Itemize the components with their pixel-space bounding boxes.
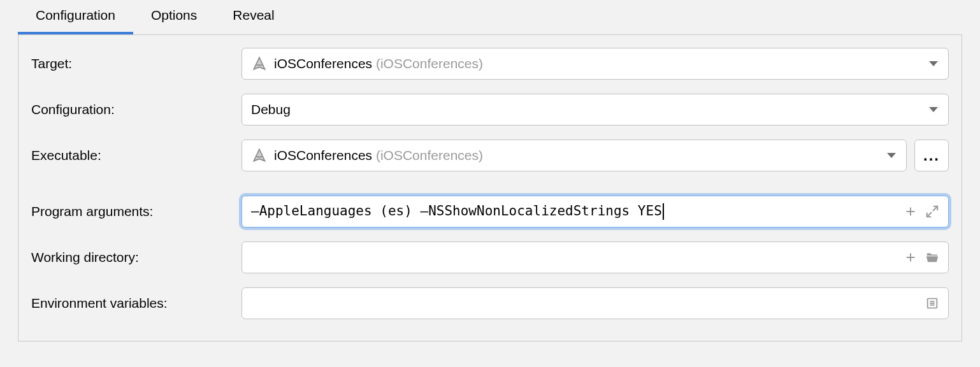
app-icon <box>251 147 268 164</box>
target-label: Target: <box>31 56 241 71</box>
program-arguments-value: –AppleLanguages (es) –NSShowNonLocalized… <box>251 203 897 220</box>
svg-line-5 <box>927 212 932 217</box>
program-arguments-input[interactable]: –AppleLanguages (es) –NSShowNonLocalized… <box>241 196 949 227</box>
tab-configuration[interactable]: Configuration <box>18 0 133 34</box>
tab-reveal[interactable]: Reveal <box>215 0 292 34</box>
configuration-label: Configuration: <box>31 102 241 117</box>
folder-icon[interactable] <box>925 250 939 264</box>
expand-icon[interactable] <box>925 205 939 219</box>
tabs-bar: Configuration Options Reveal <box>0 0 980 34</box>
config-panel: Target: iOSConferences (iOSConferences) … <box>18 34 962 342</box>
svg-line-4 <box>933 206 937 211</box>
executable-browse-button[interactable]: ... <box>914 140 949 171</box>
list-icon[interactable] <box>925 296 939 310</box>
target-value: iOSConferences (iOSConferences) <box>274 56 483 71</box>
executable-label: Executable: <box>31 148 241 163</box>
configuration-select[interactable]: Debug <box>241 94 949 126</box>
environment-variables-input[interactable] <box>241 287 949 319</box>
add-icon[interactable] <box>904 205 918 219</box>
chevron-down-icon <box>929 107 938 112</box>
working-directory-label: Working directory: <box>31 250 241 265</box>
target-select[interactable]: iOSConferences (iOSConferences) <box>241 48 949 80</box>
add-icon[interactable] <box>904 250 918 264</box>
executable-value: iOSConferences (iOSConferences) <box>274 148 483 163</box>
chevron-down-icon <box>929 61 938 66</box>
chevron-down-icon <box>887 153 896 158</box>
tab-options[interactable]: Options <box>133 0 215 34</box>
program-arguments-label: Program arguments: <box>31 204 241 219</box>
executable-select[interactable]: iOSConferences (iOSConferences) <box>241 140 907 171</box>
environment-variables-label: Environment variables: <box>31 296 241 311</box>
configuration-value: Debug <box>251 102 291 117</box>
app-icon <box>251 55 268 72</box>
text-cursor <box>663 203 664 220</box>
working-directory-input[interactable] <box>241 241 949 273</box>
